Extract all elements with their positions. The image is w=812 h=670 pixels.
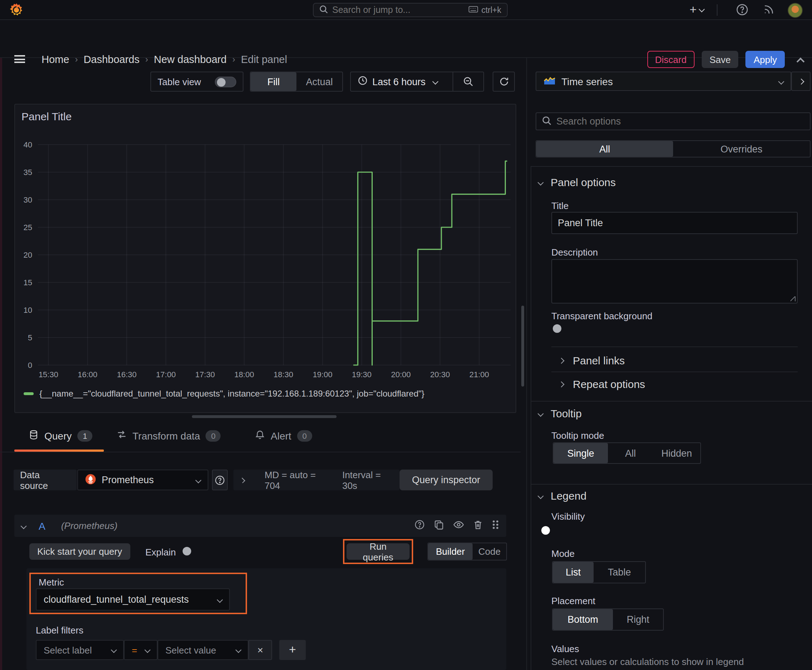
textarea-resize-grip[interactable]	[790, 296, 795, 301]
select-value-dropdown[interactable]: Select value	[158, 640, 249, 660]
panel-links-heading: Panel links	[573, 354, 625, 367]
chevron-right-icon	[239, 477, 245, 483]
tooltip-single-option[interactable]: Single	[554, 443, 608, 463]
menu-toggle[interactable]	[14, 55, 25, 63]
interval-text: Interval = 30s	[342, 469, 392, 491]
tab-transform[interactable]: Transform data 0	[117, 430, 221, 442]
breadcrumb-new-dashboard[interactable]: New dashboard	[154, 54, 227, 65]
chart-panel[interactable]: Panel Title 051015202530354015:3016:0016…	[14, 104, 516, 413]
remove-filter-button[interactable]: ×	[249, 640, 272, 660]
select-label-dropdown[interactable]: Select label	[36, 640, 124, 660]
chevron-down-icon	[538, 493, 544, 499]
datasource-picker[interactable]: Prometheus	[77, 470, 209, 490]
legend-table-option[interactable]: Table	[593, 562, 645, 583]
time-range-button[interactable]: Last 6 hours	[351, 72, 453, 91]
apply-button[interactable]: Apply	[746, 51, 785, 68]
fill-option[interactable]: Fill	[251, 72, 297, 91]
breadcrumb-separator: ›	[232, 54, 235, 64]
operator-value: =	[132, 645, 137, 655]
delete-query-icon[interactable]	[473, 520, 483, 532]
top-nav: ctrl+k +	[0, 0, 812, 20]
query-row-header[interactable]: A (Prometheus)	[14, 515, 506, 537]
panel-title-input[interactable]	[551, 212, 798, 234]
tab-query-count: 1	[77, 430, 92, 442]
database-icon	[29, 430, 39, 442]
description-textarea[interactable]	[551, 259, 798, 303]
plus-icon: +	[690, 3, 697, 16]
tooltip-heading: Tooltip	[551, 407, 582, 420]
svg-text:19:00: 19:00	[312, 370, 332, 379]
active-tab-underline	[14, 450, 104, 451]
placement-right-option[interactable]: Right	[613, 609, 663, 630]
legend-list-option[interactable]: List	[553, 562, 593, 583]
panel-options-header[interactable]: Panel options	[539, 176, 616, 188]
kickstart-button[interactable]: Kick start your query	[29, 543, 130, 560]
news-feed-icon[interactable]	[763, 3, 775, 17]
svg-text:21:00: 21:00	[470, 370, 489, 379]
chevron-down-icon	[217, 597, 223, 603]
options-search[interactable]	[536, 112, 810, 130]
query-options-row[interactable]: MD = auto = 704 Interval = 30s	[234, 470, 400, 490]
transparent-background-label: Transparent background	[551, 311, 652, 321]
panel-options-heading: Panel options	[551, 176, 616, 188]
operator-dropdown[interactable]: =	[124, 640, 158, 660]
chevron-down-icon	[698, 6, 705, 12]
breadcrumb-dashboards[interactable]: Dashboards	[83, 54, 139, 65]
drag-handle-icon[interactable]	[492, 520, 499, 532]
avatar[interactable]	[788, 2, 803, 17]
query-inspector-button[interactable]: Query inspector	[400, 470, 493, 490]
query-help-icon[interactable]	[415, 520, 425, 532]
toggle-viz-pane-button[interactable]	[791, 71, 810, 91]
tab-all[interactable]: All	[536, 141, 673, 157]
global-search[interactable]: ctrl+k	[313, 3, 508, 17]
grafana-logo[interactable]	[8, 2, 24, 18]
viz-picker[interactable]: Time series	[536, 71, 791, 91]
metric-value: cloudflared_tunnel_total_requests	[44, 594, 189, 605]
code-option[interactable]: Code	[473, 543, 506, 560]
discard-button[interactable]: Discard	[647, 51, 695, 68]
legend-header[interactable]: Legend	[539, 490, 587, 502]
duplicate-query-icon[interactable]	[434, 520, 444, 532]
resize-handle[interactable]	[192, 415, 337, 418]
builder-option[interactable]: Builder	[428, 543, 473, 560]
select-value-placeholder: Select value	[165, 645, 216, 655]
chevron-down-icon	[538, 179, 544, 185]
global-search-input[interactable]	[332, 5, 440, 15]
scrollbar-thumb[interactable]	[521, 306, 524, 387]
tab-query[interactable]: Query 1	[29, 430, 92, 442]
help-button[interactable]	[736, 3, 748, 18]
tooltip-all-option[interactable]: All	[608, 443, 653, 463]
repeat-options-header[interactable]: Repeat options	[559, 378, 645, 390]
hide-query-icon[interactable]	[453, 520, 464, 532]
svg-text:18:00: 18:00	[234, 370, 254, 379]
metric-select[interactable]: cloudflared_tunnel_total_requests	[36, 589, 230, 611]
table-view-control[interactable]: Table view	[150, 71, 244, 91]
add-button[interactable]: +	[690, 3, 704, 16]
collapse-query-icon[interactable]	[21, 523, 27, 529]
table-view-toggle[interactable]	[215, 76, 236, 87]
tooltip-hidden-option[interactable]: Hidden	[653, 443, 700, 463]
legend-mode-group: List Table	[552, 561, 646, 584]
search-icon	[542, 116, 551, 127]
placement-bottom-option[interactable]: Bottom	[553, 609, 613, 630]
options-search-input[interactable]	[556, 116, 771, 127]
collapse-header-button[interactable]	[798, 52, 804, 66]
chevron-down-icon	[236, 647, 242, 653]
zoom-out-button[interactable]	[453, 72, 483, 91]
legend-item[interactable]: {__name__="cloudflared_tunnel_total_requ…	[24, 389, 424, 399]
actual-option[interactable]: Actual	[297, 72, 342, 91]
refresh-button[interactable]	[493, 71, 515, 91]
tab-overrides[interactable]: Overrides	[673, 141, 810, 157]
search-icon	[319, 5, 328, 15]
breadcrumb-home[interactable]: Home	[42, 54, 69, 65]
panel-links-header[interactable]: Panel links	[559, 354, 625, 367]
datasource-help-button[interactable]	[212, 470, 228, 490]
tab-alert[interactable]: Alert 0	[255, 430, 312, 442]
save-button[interactable]: Save	[702, 51, 739, 68]
tooltip-header[interactable]: Tooltip	[539, 407, 582, 420]
svg-text:17:30: 17:30	[195, 370, 215, 379]
add-filter-button[interactable]: +	[279, 640, 306, 660]
run-queries-button[interactable]: Run queries	[347, 543, 410, 560]
svg-text:17:00: 17:00	[156, 370, 176, 379]
tab-alert-count: 0	[297, 430, 312, 442]
